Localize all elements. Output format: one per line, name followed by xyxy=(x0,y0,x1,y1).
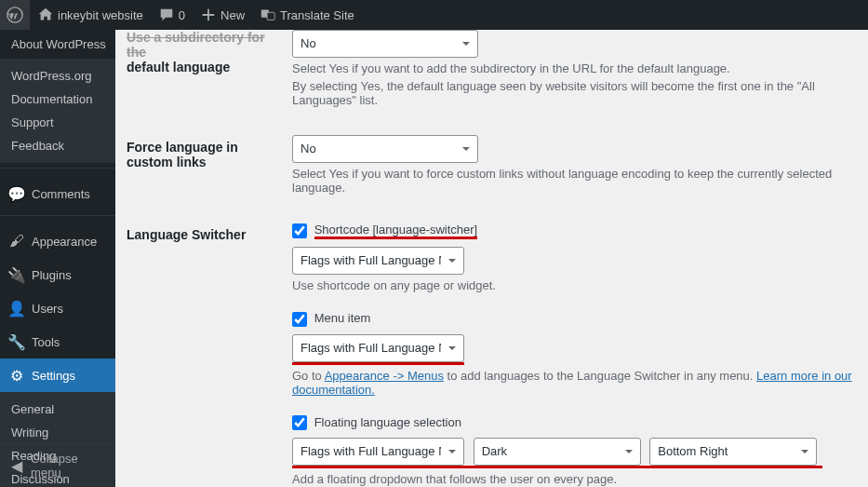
shortcode-label: Shortcode [language-switcher] xyxy=(314,223,478,237)
menu-plugins[interactable]: 🔌Plugins xyxy=(0,258,115,291)
sub-general[interactable]: General xyxy=(0,398,115,421)
sub-documentation[interactable]: Documentation xyxy=(0,88,115,111)
appearance-menus-link[interactable]: Appearance -> Menus xyxy=(325,369,444,383)
collapse-menu[interactable]: ◀Collapse menu xyxy=(0,443,115,487)
new-content-link[interactable]: New xyxy=(193,0,252,30)
menuitem-select[interactable]: Flags with Full Language Names xyxy=(292,334,464,362)
wrench-icon: 🔧 xyxy=(7,332,26,351)
admin-sidebar: About WordPress WordPress.org Documentat… xyxy=(0,30,115,487)
plus-icon xyxy=(200,7,217,23)
menuitem-label: Menu item xyxy=(314,311,371,325)
floating-desc: Add a floating dropdown that follows the… xyxy=(292,472,859,486)
subdir-select[interactable]: No xyxy=(292,30,478,58)
floating-checkbox[interactable] xyxy=(292,415,307,430)
collapse-icon: ◀ xyxy=(7,456,25,475)
current-arrow-icon xyxy=(108,368,115,383)
home-icon xyxy=(37,7,54,23)
comment-icon: 💬 xyxy=(7,184,26,203)
subdir-desc1: Select Yes if you want to add the subdir… xyxy=(292,61,859,75)
brush-icon: 🖌 xyxy=(7,232,26,250)
about-wordpress-item[interactable]: About WordPress xyxy=(0,30,115,59)
translate-icon xyxy=(260,7,276,23)
shortcode-desc: Use shortcode on any page or widget. xyxy=(292,278,859,292)
menu-tools[interactable]: 🔧Tools xyxy=(0,325,115,358)
subdir-desc2: By selecting Yes, the default language s… xyxy=(292,79,859,107)
svg-rect-2 xyxy=(267,12,274,20)
force-select[interactable]: No xyxy=(292,135,478,163)
menuitem-checkbox[interactable] xyxy=(292,312,307,327)
wordpress-logo[interactable] xyxy=(0,0,30,30)
about-submenu: WordPress.org Documentation Support Feed… xyxy=(0,59,115,163)
floating-style-select[interactable]: Flags with Full Language Names xyxy=(292,438,464,466)
translate-label: Translate Site xyxy=(280,8,354,22)
force-desc: Select Yes if you want to force custom l… xyxy=(292,167,859,195)
comments-count: 0 xyxy=(179,8,185,22)
admin-toolbar: inkeybit website 0 New Translate Site xyxy=(0,0,868,30)
user-icon: 👤 xyxy=(7,299,26,318)
force-label: Force language in custom links xyxy=(115,121,283,209)
subdir-label: Use a subdirectory for the default langu… xyxy=(115,30,283,121)
site-name-link[interactable]: inkeybit website xyxy=(30,0,151,30)
menuitem-desc: Go to Appearance -> Menus to add languag… xyxy=(292,369,859,397)
new-label: New xyxy=(220,8,245,22)
plugin-icon: 🔌 xyxy=(7,265,26,284)
comment-icon xyxy=(158,7,175,23)
switcher-label: Language Switcher xyxy=(115,209,283,487)
menu-settings[interactable]: ⚙Settings xyxy=(0,358,115,392)
site-name: inkeybit website xyxy=(58,8,143,22)
floating-theme-select[interactable]: Dark xyxy=(474,438,641,466)
menu-users[interactable]: 👤Users xyxy=(0,291,115,325)
sub-writing[interactable]: Writing xyxy=(0,421,115,444)
floating-label: Floating language selection xyxy=(314,415,461,429)
sub-wordpress-org[interactable]: WordPress.org xyxy=(0,64,115,88)
shortcode-select[interactable]: Flags with Full Language Names xyxy=(292,247,464,275)
translate-site-link[interactable]: Translate Site xyxy=(252,0,362,30)
menu-comments[interactable]: 💬Comments xyxy=(0,177,115,210)
sliders-icon: ⚙ xyxy=(7,366,26,385)
floating-position-select[interactable]: Bottom Right xyxy=(649,438,817,466)
shortcode-checkbox[interactable] xyxy=(292,223,307,238)
comments-link[interactable]: 0 xyxy=(151,0,193,30)
settings-content: Use a subdirectory for the default langu… xyxy=(115,30,868,487)
sub-feedback[interactable]: Feedback xyxy=(0,134,115,157)
sub-support[interactable]: Support xyxy=(0,111,115,134)
menu-appearance[interactable]: 🖌Appearance xyxy=(0,224,115,258)
